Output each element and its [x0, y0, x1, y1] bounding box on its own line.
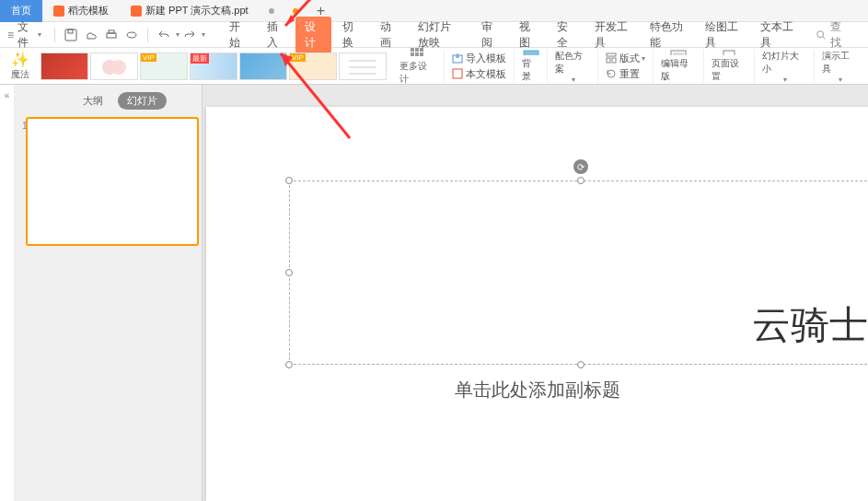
- edit-master-button[interactable]: 编辑母版: [653, 50, 703, 83]
- tab-review[interactable]: 审阅: [472, 17, 508, 53]
- layout-label: 版式: [619, 52, 640, 65]
- svg-rect-29: [723, 51, 735, 55]
- tab-drawing[interactable]: 绘图工具: [696, 17, 749, 53]
- this-template-button[interactable]: 本文模板: [452, 67, 506, 81]
- title-text[interactable]: 云骑士: [752, 299, 868, 351]
- tab-security[interactable]: 安全: [548, 17, 584, 53]
- file-menu[interactable]: 文件 ▾: [17, 19, 41, 51]
- this-template-label: 本文模板: [466, 67, 506, 81]
- svg-rect-2: [107, 33, 116, 38]
- svg-rect-12: [411, 48, 414, 52]
- background-icon: [523, 50, 539, 55]
- svg-point-8: [111, 60, 126, 75]
- page-setup-icon: [721, 50, 737, 55]
- tab-devtools[interactable]: 开发工具: [585, 17, 639, 53]
- tab-insert[interactable]: 插入: [258, 17, 294, 53]
- docker-tab[interactable]: 稻壳模板: [42, 0, 120, 22]
- page-setup-button[interactable]: 页面设置: [703, 50, 754, 83]
- template-thumb-4[interactable]: 最新: [190, 52, 237, 80]
- undo-dropdown[interactable]: ▾: [176, 30, 179, 39]
- fire-icon: [53, 6, 64, 17]
- color-scheme-button[interactable]: 配色方案▾: [547, 50, 597, 83]
- resize-handle-ml[interactable]: [285, 269, 293, 276]
- magic-label: 魔法: [11, 68, 29, 81]
- tab-texttools[interactable]: 文本工具: [751, 17, 804, 53]
- subtitle-placeholder: 单击此处添加副标题: [447, 374, 868, 406]
- svg-rect-19: [453, 69, 462, 78]
- file-menu-label: 文件: [17, 19, 36, 51]
- hamburger-icon[interactable]: ≡: [7, 29, 14, 41]
- more-design-label: 更多设计: [399, 60, 434, 86]
- search-box[interactable]: 查找: [804, 19, 861, 51]
- subtitle-textbox[interactable]: 单击此处添加副标题: [447, 374, 868, 407]
- template-thumb-5[interactable]: [239, 52, 287, 80]
- background-label: 背景: [522, 57, 539, 83]
- template-thumb-7[interactable]: [339, 52, 387, 80]
- svg-rect-3: [109, 30, 114, 33]
- slide-thumbnail-1[interactable]: [26, 117, 199, 246]
- redo-dropdown[interactable]: ▾: [202, 30, 205, 39]
- vip-badge: VIP: [290, 53, 306, 62]
- docker-tab-label: 稻壳模板: [68, 4, 109, 17]
- resize-handle-bm[interactable]: [577, 361, 584, 368]
- page-setup-label: 页面设置: [712, 57, 746, 83]
- slide-canvas[interactable]: ⟳ 云骑士 单击此处添加副标题: [206, 107, 868, 501]
- grid-icon: [410, 47, 424, 60]
- tab-start[interactable]: 开始: [220, 17, 256, 53]
- template-thumb-2[interactable]: [90, 52, 138, 80]
- outline-tab[interactable]: 大纲: [74, 92, 112, 110]
- tab-transition[interactable]: 切换: [333, 17, 369, 53]
- svg-rect-15: [411, 52, 414, 56]
- svg-rect-20: [524, 51, 538, 55]
- more-design-button[interactable]: 更多设计: [390, 47, 444, 86]
- magic-wand-icon: ✨: [11, 51, 29, 68]
- svg-rect-13: [415, 48, 419, 52]
- main-area: « 大纲 幻灯片 1 ⟳ 云骑士 单击此处添加副标题: [0, 85, 868, 501]
- template-thumb-3[interactable]: VIP: [140, 52, 188, 80]
- redo-icon[interactable]: [183, 28, 196, 42]
- tab-view[interactable]: 视图: [510, 17, 546, 53]
- resize-handle-bl[interactable]: [285, 361, 293, 368]
- slide-panel: 大纲 幻灯片 1: [15, 85, 203, 501]
- magic-button[interactable]: ✨ 魔法: [4, 51, 37, 81]
- presenter-tools-button[interactable]: 演示工具▾: [814, 50, 864, 83]
- resize-handle-tl[interactable]: [285, 177, 293, 184]
- svg-rect-0: [65, 29, 76, 41]
- edit-master-label: 编辑母版: [661, 57, 696, 83]
- rotate-handle[interactable]: ⟳: [573, 159, 588, 174]
- layout-group: 版式▾ 重置: [597, 50, 653, 83]
- vip-badge: VIP: [141, 53, 156, 62]
- svg-rect-16: [415, 52, 419, 56]
- tab-status-dot: [293, 8, 298, 14]
- chevron-down-icon: ▾: [572, 76, 575, 84]
- layout-button[interactable]: 版式▾: [606, 52, 645, 65]
- canvas-area[interactable]: ⟳ 云骑士 单击此处添加副标题: [203, 85, 868, 501]
- sidebar-collapse-button[interactable]: «: [0, 85, 15, 501]
- title-textbox[interactable]: ⟳ 云骑士: [289, 181, 868, 365]
- preview-icon[interactable]: [125, 28, 138, 42]
- template-gallery: VIP 最新 VIP: [37, 52, 390, 80]
- background-button[interactable]: 背景: [514, 50, 547, 83]
- reset-button[interactable]: 重置: [606, 67, 645, 81]
- slide-size-button[interactable]: 幻灯片大小▾: [754, 50, 814, 83]
- svg-point-4: [127, 32, 136, 38]
- ppt-icon: [131, 6, 142, 17]
- resize-handle-tm[interactable]: [577, 177, 584, 184]
- svg-rect-24: [607, 53, 616, 56]
- svg-rect-1: [68, 29, 73, 33]
- cloud-save-icon[interactable]: [85, 28, 98, 42]
- import-template-button[interactable]: 导入模板: [452, 52, 506, 65]
- chevron-down-icon: ▾: [642, 54, 645, 63]
- print-icon[interactable]: [105, 28, 118, 42]
- slides-tab[interactable]: 幻灯片: [118, 92, 167, 110]
- template-thumb-6[interactable]: VIP: [289, 52, 337, 80]
- chevron-down-icon: ▾: [783, 76, 787, 84]
- tab-special[interactable]: 特色功能: [641, 17, 694, 53]
- slide-size-label: 幻灯片大小: [762, 50, 806, 76]
- tab-design[interactable]: 设计: [295, 17, 331, 53]
- template-thumb-1[interactable]: [41, 52, 88, 80]
- undo-icon[interactable]: [157, 28, 170, 42]
- template-group: 导入模板 本文模板: [444, 50, 514, 83]
- color-scheme-label: 配色方案: [555, 50, 590, 76]
- save-icon[interactable]: [64, 28, 77, 42]
